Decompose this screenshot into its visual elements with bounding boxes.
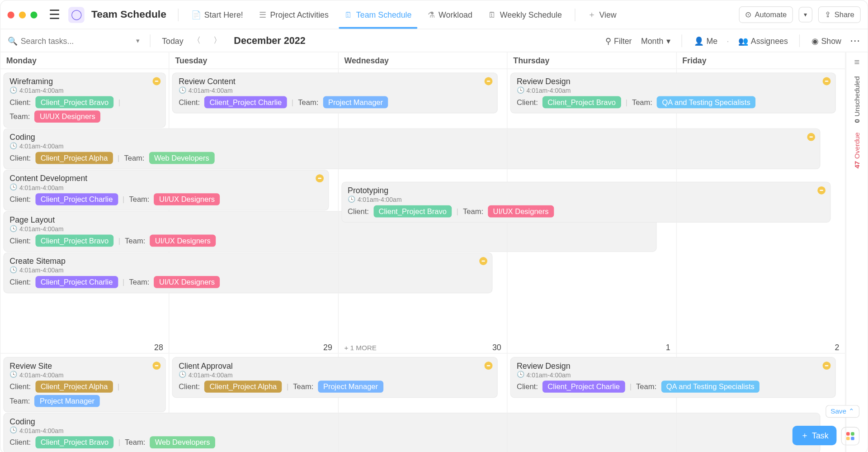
tab-label: View [599,10,616,19]
settings-icon[interactable]: ≡ [854,57,860,67]
clock-icon: 🕓 [10,426,18,434]
automate-dropdown[interactable]: ▾ [799,7,812,22]
close-icon[interactable] [8,11,14,18]
assignees-button[interactable]: 👥Assignees [738,36,788,45]
day-cell-fri[interactable]: 2 [677,69,846,352]
client-tag[interactable]: Client_Project Alpha [36,381,113,393]
doc-icon: 📄 [191,10,201,19]
day-cell-tue[interactable]: Review Content 🕓4:01am-4:00am Client: Cl… [170,69,339,352]
maximize-icon[interactable] [30,11,37,18]
client-tag[interactable]: Client_Project Charlie [36,193,118,205]
clock-icon: 🕓 [10,183,18,191]
search-dropdown[interactable]: ▾ [134,37,142,45]
client-tag[interactable]: Client_Project Bravo [36,96,114,108]
day-cell-thu[interactable]: Review Design 🕓4:01am-4:00am Client: Cli… [508,69,677,352]
client-tag[interactable]: Client_Project Bravo [36,234,114,247]
tab-label: Weekly Schedule [500,10,562,19]
clock-icon: 🕓 [10,266,18,274]
day-header: Friday [677,52,846,69]
me-button[interactable]: 👤Me [694,36,718,45]
client-tag[interactable]: Client_Project Charlie [36,276,118,288]
calendar: Monday Tuesday Wednesday Thursday Friday… [0,52,845,452]
divider [150,34,150,47]
plus-icon: ＋ [588,10,596,20]
day-cell-wed[interactable]: Prototyping 🕓4:01am-4:00am Client: Clien… [339,69,508,352]
robot-icon: ⊙ [745,10,751,19]
clock-icon: 🕓 [10,142,18,150]
tab-label: Project Activities [270,10,328,19]
day-cell-mon[interactable]: Wireframing 🕓4:01am-4:00am Client: Clien… [0,69,170,352]
add-view-button[interactable]: ＋View [582,1,622,29]
unscheduled-panel[interactable]: 0Unscheduled [853,76,861,123]
clock-icon: 🕓 [179,371,187,378]
menu-icon[interactable]: ☰ [45,5,64,24]
client-tag[interactable]: Client_Project Charlie [542,381,625,393]
date-label: 1 [666,343,670,352]
task-time: 🕓4:01am-4:00am [10,371,160,378]
automate-button[interactable]: ⊙Automate [739,6,793,23]
overdue-panel[interactable]: 47Overdue [853,132,861,169]
today-button[interactable]: Today [162,36,183,45]
filter-button[interactable]: ⚲Filter [605,36,632,45]
divider [682,34,682,47]
team-label: Team: [10,112,30,121]
tab-label: Workload [439,10,472,19]
task-card[interactable]: Review Site 🕓4:01am-4:00am Client:Client… [4,357,165,411]
tab-weekly-schedule[interactable]: 🗓Weekly Schedule [483,1,568,29]
eye-icon: ◉ [811,36,818,45]
tab-team-schedule[interactable]: 🗓Team Schedule [339,1,417,29]
space-icon[interactable]: ◯ [68,7,85,23]
team-tag[interactable]: UI/UX Designers [35,110,101,123]
filter-icon: ⚲ [605,36,611,45]
client-tag[interactable]: Client_Project Alpha [36,152,113,164]
share-button[interactable]: ⇪Share [818,6,861,23]
clock-icon: 🕓 [517,371,525,378]
show-button[interactable]: ◉Show [811,36,841,45]
search-icon: 🔍 [8,36,18,45]
search-box[interactable]: 🔍 [8,36,128,45]
date-label: 30 [492,343,501,352]
client-tag[interactable]: Client_Project Charlie [204,96,287,108]
tab-start-here[interactable]: 📄Start Here! [185,1,249,29]
divider [799,34,800,47]
client-tag[interactable]: Client_Project Bravo [36,436,114,448]
save-hint[interactable]: Save⌃ [826,405,859,418]
date-label: 2 [835,343,840,352]
client-tag[interactable]: Client_Project Bravo [373,205,452,217]
plus-icon: ＋ [801,430,809,441]
task-card[interactable]: Wireframing 🕓4:01am-4:00am Client: Clien… [4,73,165,127]
client-tag[interactable]: Client_Project Bravo [542,96,621,108]
team-tag[interactable]: Project Manager [35,395,100,407]
new-task-button[interactable]: ＋Task [793,426,837,445]
next-month-button[interactable]: 〉 [210,35,225,46]
day-cell-mon[interactable]: Review Site 🕓4:01am-4:00am Client:Client… [0,353,170,452]
share-icon: ⇪ [825,10,831,19]
day-cell-tue[interactable]: Client Approval 🕓4:01am-4:00am Client:Cl… [170,353,339,452]
clock-icon: 🕓 [517,86,525,94]
client-tag[interactable]: Client_Project Alpha [204,381,282,393]
person-icon: 👤 [694,36,704,45]
more-tasks-link[interactable]: + 1 MORE [344,343,377,352]
search-input[interactable] [21,36,101,45]
toolbar: 🔍 ▾ Today 〈 〉 December 2022 ⚲Filter Mont… [0,29,868,52]
people-icon: 👥 [738,36,748,45]
client-label: Client: [10,98,31,106]
clock-icon: 🕓 [10,225,18,233]
tab-workload[interactable]: ⚗Workload [422,1,478,29]
task-time: 🕓4:01am-4:00am [10,86,160,94]
more-button[interactable]: ··· [850,36,860,45]
month-label: December 2022 [234,35,305,46]
day-cell-wed[interactable] [339,353,508,452]
range-selector[interactable]: Month▾ [641,36,670,45]
clock-icon: 🕓 [348,195,356,203]
right-rail: ≡ 0Unscheduled 47Overdue [846,52,868,452]
list-icon: ☰ [259,10,267,19]
divider [178,8,178,21]
day-cell-thu[interactable]: Review Design 🕓4:01am-4:00am Client:Clie… [508,353,677,452]
apps-button[interactable] [841,427,860,446]
minimize-icon[interactable] [19,11,26,18]
day-header: Monday [0,52,170,69]
tab-project-activities[interactable]: ☰Project Activities [254,1,335,29]
week-row: Wireframing 🕓4:01am-4:00am Client: Clien… [0,69,845,353]
prev-month-button[interactable]: 〈 [189,35,204,46]
